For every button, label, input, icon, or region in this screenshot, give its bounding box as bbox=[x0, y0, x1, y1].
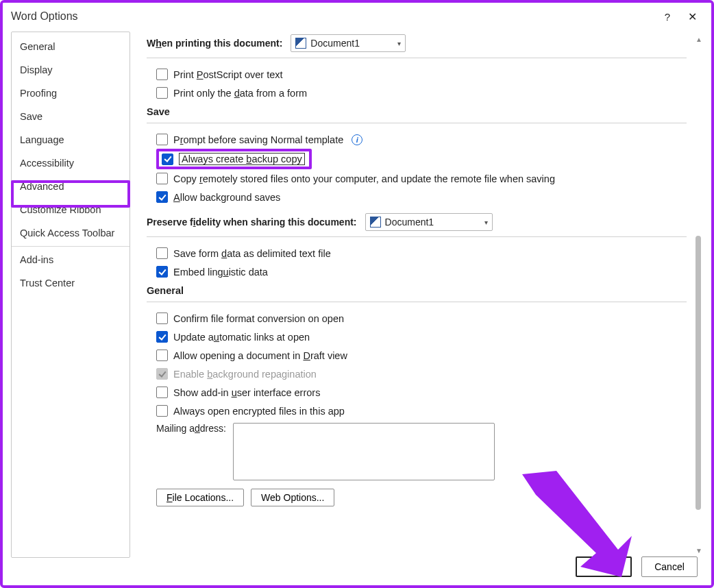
checkbox-label: Always create backup copy bbox=[179, 153, 305, 165]
checkbox[interactable] bbox=[156, 266, 168, 278]
ok-button[interactable]: OK bbox=[576, 556, 632, 577]
checkbox[interactable] bbox=[156, 173, 168, 184]
divider bbox=[147, 236, 687, 237]
checkbox[interactable] bbox=[156, 87, 168, 99]
checkbox-label: Copy remotely stored files onto your com… bbox=[173, 173, 555, 184]
info-icon[interactable]: i bbox=[352, 134, 362, 145]
checkbox-label: Enable background repagination bbox=[173, 369, 317, 380]
mailing-address-input[interactable] bbox=[233, 423, 495, 480]
document-icon bbox=[295, 38, 306, 49]
chevron-down-icon: ▾ bbox=[397, 40, 401, 47]
general-options: Confirm file format conversion on open U… bbox=[147, 309, 687, 506]
sidebar-item-language[interactable]: Language bbox=[12, 128, 130, 151]
printing-options: Print PostScript over text Print only th… bbox=[147, 65, 687, 102]
printing-heading: When printing this document: bbox=[147, 38, 282, 49]
checkbox[interactable] bbox=[156, 69, 168, 80]
dialog-body: General Display Proofing Save Language A… bbox=[3, 29, 711, 585]
sidebar-item-label: Save bbox=[20, 111, 42, 122]
sidebar-item-customize-ribbon[interactable]: Customize Ribbon bbox=[12, 198, 130, 221]
sidebar-separator bbox=[12, 246, 130, 247]
annotation-highlight: Always create backup copy bbox=[156, 149, 312, 169]
sidebar-item-label: Display bbox=[20, 64, 53, 75]
scroll-thumb[interactable] bbox=[695, 236, 701, 510]
document-icon bbox=[370, 217, 381, 228]
print-form-data-row[interactable]: Print only the data from a form bbox=[156, 84, 687, 102]
fidelity-document-select[interactable]: Document1 ▾ bbox=[365, 213, 493, 231]
cancel-button[interactable]: Cancel bbox=[641, 556, 698, 577]
allow-bg-saves-row[interactable]: Allow background saves bbox=[156, 188, 687, 206]
printing-doc-row: When printing this document: Document1 ▾ bbox=[147, 34, 687, 52]
sidebar-item-proofing[interactable]: Proofing bbox=[12, 82, 130, 105]
scrollbar[interactable]: ▲ ▼ bbox=[693, 32, 704, 558]
sidebar-item-label: Add-ins bbox=[20, 254, 53, 265]
divider bbox=[147, 123, 687, 123]
sidebar-item-advanced[interactable]: Advanced bbox=[12, 175, 130, 198]
mailing-address-row: Mailing address: bbox=[156, 420, 687, 480]
save-form-data-row[interactable]: Save form data as delimited text file bbox=[156, 244, 687, 262]
close-button[interactable]: ✕ bbox=[680, 10, 704, 23]
checkbox[interactable] bbox=[156, 331, 168, 343]
checkbox-label: Embed linguistic data bbox=[173, 267, 268, 278]
update-links-row[interactable]: Update automatic links at open bbox=[156, 328, 687, 346]
checkbox[interactable] bbox=[162, 154, 173, 165]
always-backup-row[interactable]: Always create backup copy bbox=[156, 149, 687, 169]
checkbox[interactable] bbox=[156, 313, 168, 324]
general-heading: General bbox=[147, 281, 687, 299]
printing-document-select[interactable]: Document1 ▾ bbox=[291, 34, 406, 52]
checkbox-label: Prompt before saving Normal template bbox=[173, 134, 343, 145]
scroll-down-arrow[interactable]: ▼ bbox=[694, 546, 704, 555]
fidelity-heading: Preserve fidelity when sharing this docu… bbox=[147, 217, 357, 228]
content: When printing this document: Document1 ▾ bbox=[130, 29, 693, 585]
help-button[interactable]: ? bbox=[655, 11, 680, 23]
save-heading: Save bbox=[147, 102, 687, 120]
checkbox[interactable] bbox=[156, 191, 168, 203]
general-buttons: File Locations... Web Options... bbox=[156, 480, 687, 506]
select-value: Document1 bbox=[385, 217, 434, 228]
file-locations-button[interactable]: File Locations... bbox=[156, 489, 244, 506]
web-options-button[interactable]: Web Options... bbox=[251, 489, 334, 506]
sidebar-item-addins[interactable]: Add-ins bbox=[12, 248, 130, 271]
save-options: Prompt before saving Normal template i A… bbox=[147, 130, 687, 206]
draft-view-row[interactable]: Allow opening a document in Draft view bbox=[156, 346, 687, 365]
window-title: Word Options bbox=[11, 10, 655, 23]
checkbox-label: Print PostScript over text bbox=[173, 69, 283, 80]
sidebar-item-display[interactable]: Display bbox=[12, 58, 130, 82]
checkbox[interactable] bbox=[156, 405, 168, 417]
titlebar: Word Options ? ✕ bbox=[3, 3, 711, 29]
checkbox[interactable] bbox=[156, 387, 168, 398]
sidebar-item-accessibility[interactable]: Accessibility bbox=[12, 151, 130, 175]
sidebar-item-quick-access[interactable]: Quick Access Toolbar bbox=[12, 221, 130, 245]
print-postscript-row[interactable]: Print PostScript over text bbox=[156, 65, 687, 84]
sidebar: General Display Proofing Save Language A… bbox=[11, 32, 130, 558]
sidebar-item-label: General bbox=[20, 41, 56, 52]
copy-remote-row[interactable]: Copy remotely stored files onto your com… bbox=[156, 169, 687, 188]
fidelity-options: Save form data as delimited text file Em… bbox=[147, 244, 687, 281]
sidebar-item-label: Accessibility bbox=[20, 158, 74, 169]
sidebar-item-general[interactable]: General bbox=[12, 35, 130, 58]
sidebar-item-label: Advanced bbox=[20, 181, 64, 192]
word-options-dialog: Word Options ? ✕ General Display Proofin… bbox=[3, 3, 711, 585]
checkbox-label: Update automatic links at open bbox=[173, 332, 310, 343]
sidebar-item-trust-center[interactable]: Trust Center bbox=[12, 271, 130, 295]
bg-repagination-row: Enable background repagination bbox=[156, 365, 687, 383]
sidebar-item-save[interactable]: Save bbox=[12, 105, 130, 128]
embed-linguistic-row[interactable]: Embed linguistic data bbox=[156, 262, 687, 281]
scroll-up-arrow[interactable]: ▲ bbox=[694, 34, 704, 44]
confirm-conversion-row[interactable]: Confirm file format conversion on open bbox=[156, 309, 687, 328]
sidebar-item-label: Language bbox=[20, 134, 64, 145]
checkbox[interactable] bbox=[156, 134, 168, 145]
sidebar-item-label: Quick Access Toolbar bbox=[20, 228, 114, 238]
checkbox[interactable] bbox=[156, 247, 168, 259]
checkbox[interactable] bbox=[156, 350, 168, 361]
sidebar-item-label: Customize Ribbon bbox=[20, 204, 101, 215]
checkbox-label: Allow opening a document in Draft view bbox=[173, 350, 347, 361]
sidebar-item-label: Proofing bbox=[20, 88, 57, 99]
addin-errors-row[interactable]: Show add-in user interface errors bbox=[156, 383, 687, 402]
encrypted-row[interactable]: Always open encrypted files in this app bbox=[156, 402, 687, 420]
prompt-normal-row[interactable]: Prompt before saving Normal template i bbox=[156, 130, 687, 149]
sidebar-item-label: Trust Center bbox=[20, 278, 75, 289]
footer-buttons: OK Cancel bbox=[576, 556, 698, 577]
checkbox-label: Allow background saves bbox=[173, 192, 280, 203]
divider bbox=[147, 58, 687, 58]
mailing-label: Mailing address: bbox=[156, 423, 226, 434]
